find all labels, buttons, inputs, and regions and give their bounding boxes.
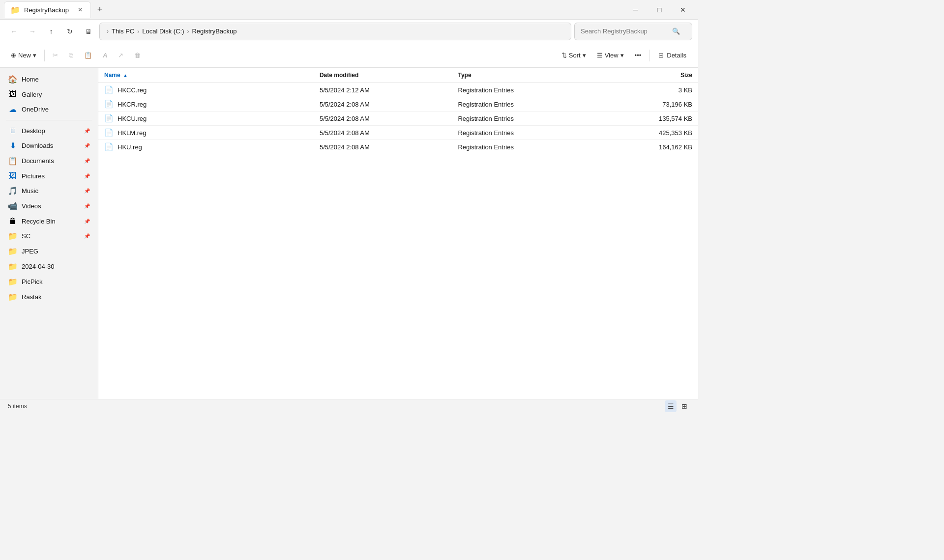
list-view-button[interactable]: ☰	[665, 400, 677, 412]
file-name-cell: 📄 HKCU.reg	[104, 114, 308, 123]
rename-button[interactable]: A	[98, 49, 112, 62]
videos-icon: 📹	[8, 201, 18, 211]
cut-button[interactable]: ✂	[48, 49, 63, 62]
table-row[interactable]: 📄 HKLM.reg 5/5/2024 2:08 AM Registration…	[98, 126, 698, 140]
new-tab-button[interactable]: +	[93, 3, 107, 17]
table-row[interactable]: 📄 HKCR.reg 5/5/2024 2:08 AM Registration…	[98, 97, 698, 112]
back-button[interactable]: ←	[6, 24, 22, 39]
sidebar-item-2024[interactable]: 📁 2024-04-30	[2, 259, 96, 274]
sidebar-label-documents: Documents	[22, 157, 80, 165]
new-button[interactable]: ⊕ New ▾	[6, 49, 41, 62]
search-bar[interactable]: 🔍	[574, 23, 692, 40]
sidebar-separator-1	[6, 120, 92, 120]
file-date: 5/5/2024 2:08 AM	[314, 140, 452, 154]
sidebar: 🏠 Home 🖼 Gallery ☁ OneDrive 🖥 Desktop 📌 …	[0, 68, 98, 399]
col-header-size[interactable]: Size	[606, 68, 698, 83]
close-button[interactable]: ✕	[672, 2, 694, 18]
refresh-button[interactable]: ↻	[62, 24, 78, 39]
more-button[interactable]: •••	[630, 49, 647, 62]
file-name-cell: 📄 HKU.reg	[104, 142, 308, 151]
address-bar: ← → ↑ ↻ 🖥 › This PC › Local Disk (C:) › …	[0, 20, 698, 43]
sidebar-item-music[interactable]: 🎵 Music 📌	[2, 183, 96, 198]
file-name: HKU.reg	[118, 143, 142, 151]
sidebar-item-sc[interactable]: 📁 SC 📌	[2, 228, 96, 244]
view-button[interactable]: ☰ View ▾	[592, 49, 629, 62]
col-header-type[interactable]: Type	[452, 68, 606, 83]
sidebar-item-gallery[interactable]: 🖼 Gallery	[2, 87, 96, 102]
pin-icon-downloads: 📌	[84, 143, 90, 148]
grid-view-button[interactable]: ⊞	[678, 400, 690, 412]
sidebar-item-downloads[interactable]: ⬇ Downloads 📌	[2, 138, 96, 153]
details-button[interactable]: ⊞ Details	[652, 49, 692, 62]
sidebar-item-documents[interactable]: 📋 Documents 📌	[2, 153, 96, 168]
reg-file-icon: 📄	[104, 114, 114, 123]
file-area: Name ▲ Date modified Type Size	[98, 68, 698, 399]
col-header-name[interactable]: Name ▲	[98, 68, 314, 83]
share-button[interactable]: ↗	[113, 49, 128, 62]
status-bar: 5 items ☰ ⊞	[0, 399, 698, 413]
sidebar-item-videos[interactable]: 📹 Videos 📌	[2, 198, 96, 214]
sidebar-item-pictures[interactable]: 🖼 Pictures 📌	[2, 168, 96, 183]
sidebar-label-videos: Videos	[22, 202, 80, 210]
paste-button[interactable]: 📋	[79, 49, 97, 62]
sidebar-label-music: Music	[22, 187, 80, 195]
sidebar-item-jpeg[interactable]: 📁 JPEG	[2, 244, 96, 259]
col-header-date[interactable]: Date modified	[314, 68, 452, 83]
window-controls: ─ □ ✕	[624, 2, 694, 18]
file-name: HKLM.reg	[118, 129, 147, 137]
breadcrumb-localdisk[interactable]: Local Disk (C:)	[142, 28, 184, 35]
sort-icon: ⇅	[561, 52, 567, 59]
search-input[interactable]	[581, 28, 669, 35]
tab-close-button[interactable]: ✕	[76, 5, 85, 14]
file-name: HKCR.reg	[118, 101, 147, 108]
pin-icon-desktop: 📌	[84, 128, 90, 134]
active-tab[interactable]: 📁 RegistryBackup ✕	[4, 1, 91, 18]
minimize-button[interactable]: ─	[624, 2, 647, 18]
title-bar: 📁 RegistryBackup ✕ + ─ □ ✕	[0, 0, 698, 20]
home-icon: 🏠	[8, 75, 18, 84]
copy-button[interactable]: ⧉	[64, 49, 78, 62]
file-date: 5/5/2024 2:08 AM	[314, 126, 452, 140]
share-icon: ↗	[118, 52, 123, 59]
file-name-cell: 📄 HKCC.reg	[104, 85, 308, 94]
maximize-button[interactable]: □	[648, 2, 671, 18]
breadcrumb-thispc[interactable]: This PC	[112, 28, 134, 35]
sidebar-item-desktop[interactable]: 🖥 Desktop 📌	[2, 123, 96, 138]
file-date: 5/5/2024 2:08 AM	[314, 97, 452, 112]
sidebar-item-recyclebin[interactable]: 🗑 Recycle Bin 📌	[2, 214, 96, 228]
breadcrumb[interactable]: › This PC › Local Disk (C:) › RegistryBa…	[99, 23, 571, 40]
view-icon: ☰	[597, 52, 603, 59]
new-icon: ⊕	[11, 52, 16, 59]
main-area: 🏠 Home 🖼 Gallery ☁ OneDrive 🖥 Desktop 📌 …	[0, 68, 698, 399]
forward-button[interactable]: →	[25, 24, 40, 39]
sidebar-item-onedrive[interactable]: ☁ OneDrive	[2, 102, 96, 117]
sidebar-item-rastak[interactable]: 📁 Rastak	[2, 289, 96, 305]
file-name-cell: 📄 HKLM.reg	[104, 128, 308, 137]
sidebar-label-jpeg: JPEG	[22, 248, 90, 255]
reg-file-icon: 📄	[104, 85, 114, 94]
search-icon[interactable]: 🔍	[672, 28, 680, 35]
view-label: View	[605, 52, 619, 59]
pin-icon-music: 📌	[84, 188, 90, 194]
file-size: 3 KB	[606, 83, 698, 97]
table-row[interactable]: 📄 HKCU.reg 5/5/2024 2:08 AM Registration…	[98, 112, 698, 126]
reg-file-icon: 📄	[104, 128, 114, 137]
table-row[interactable]: 📄 HKCC.reg 5/5/2024 2:12 AM Registration…	[98, 83, 698, 97]
file-name: HKCU.reg	[118, 115, 147, 122]
breadcrumb-current[interactable]: RegistryBackup	[192, 28, 236, 35]
file-size: 425,353 KB	[606, 126, 698, 140]
delete-button[interactable]: 🗑	[129, 49, 146, 62]
table-row[interactable]: 📄 HKU.reg 5/5/2024 2:08 AM Registration …	[98, 140, 698, 154]
more-icon: •••	[635, 52, 642, 59]
sidebar-item-home[interactable]: 🏠 Home	[2, 72, 96, 87]
paste-icon: 📋	[84, 52, 92, 59]
desktop-icon: 🖥	[8, 126, 18, 135]
sort-label: Sort	[569, 52, 581, 59]
sidebar-label-desktop: Desktop	[22, 127, 80, 135]
sort-button[interactable]: ⇅ Sort ▾	[557, 49, 591, 62]
file-type: Registration Entries	[452, 126, 606, 140]
file-name-cell: 📄 HKCR.reg	[104, 100, 308, 109]
sidebar-item-picpick[interactable]: 📁 PicPick	[2, 274, 96, 289]
up-button[interactable]: ↑	[43, 24, 59, 39]
reg-file-icon: 📄	[104, 142, 114, 151]
